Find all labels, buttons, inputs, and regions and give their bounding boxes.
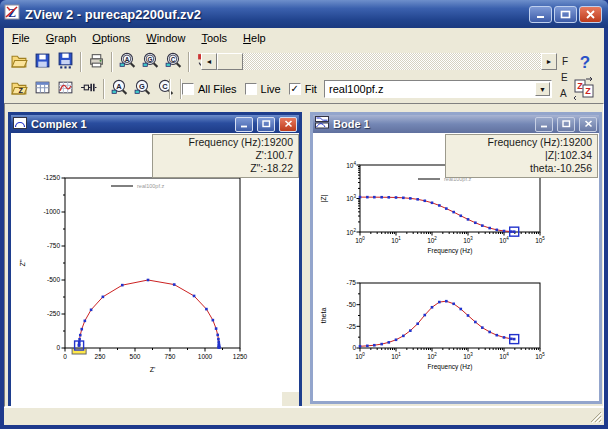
complex-window-title: Complex 1 [31, 118, 231, 130]
menu-options[interactable]: Options [84, 30, 138, 46]
file-combobox[interactable]: real100pf.z ▼ [324, 80, 552, 98]
fit-checkbox[interactable]: ✓ [289, 83, 301, 95]
magnifier-c-circled-icon: C [165, 52, 182, 73]
all-files-checkbox-label[interactable]: All Files [198, 83, 237, 95]
svg-text:103: 103 [463, 236, 473, 244]
svg-text:Z: Z [577, 81, 583, 91]
side-panel: F E A ? Z Z [556, 50, 604, 104]
menu-window[interactable]: Window [138, 30, 193, 46]
open-file-button[interactable] [9, 51, 30, 73]
menu-graph[interactable]: Graph [38, 30, 85, 46]
z-folder-icon: Z [11, 79, 28, 100]
magnifier-g-icon: G [134, 79, 151, 100]
zoom-g-button[interactable]: G [132, 78, 153, 100]
svg-text:Z'': Z'' [19, 260, 26, 267]
folder-open-icon [11, 52, 28, 73]
mdi-client-area: Complex 1 0250500750100012500-250-500-75… [4, 103, 604, 407]
file-scrollbar[interactable]: ◄ ► [201, 53, 557, 70]
scroll-thumb[interactable] [217, 53, 243, 70]
title-bar[interactable]: Z ZView 2 - purecap2200uf.zv2 [0, 0, 608, 28]
toolbar-separator [188, 52, 190, 72]
floppy-multi-icon [57, 52, 74, 73]
zoom-g-circled-button[interactable]: G [140, 51, 161, 73]
graph-data-button[interactable] [55, 78, 76, 100]
scroll-right-arrow[interactable]: ► [541, 53, 557, 70]
toolbar-separator [169, 79, 171, 99]
bode-minimize-button[interactable] [535, 117, 553, 132]
data-table-button[interactable] [32, 78, 53, 100]
svg-text:105: 105 [535, 352, 545, 360]
svg-text:Z: Z [18, 85, 23, 94]
scroll-left-arrow[interactable]: ◄ [201, 53, 217, 70]
complex-maximize-button[interactable] [257, 117, 275, 132]
print-button[interactable] [86, 51, 107, 73]
svg-text:103: 103 [346, 194, 356, 202]
z-file-button[interactable]: Z [9, 78, 30, 100]
svg-text:-250: -250 [47, 310, 60, 317]
bode-maximize-button[interactable] [557, 117, 575, 132]
status-bar [4, 407, 604, 425]
bode-window[interactable]: Bode 1 102103104100101102103104105Freque… [310, 112, 602, 404]
complex-window[interactable]: Complex 1 0250500750100012500-250-500-75… [8, 112, 302, 407]
complex-close-button[interactable] [279, 117, 297, 132]
menu-help[interactable]: Help [235, 30, 274, 46]
bode-window-titlebar[interactable]: Bode 1 [313, 115, 599, 133]
svg-text:104: 104 [346, 161, 356, 169]
close-button[interactable] [579, 6, 602, 23]
circuit-icon [80, 79, 97, 100]
combobox-dropdown-arrow[interactable]: ▼ [535, 82, 550, 96]
svg-text:1000: 1000 [198, 353, 213, 360]
svg-text:0: 0 [63, 353, 67, 360]
svg-text:103: 103 [463, 352, 473, 360]
svg-text:G: G [139, 81, 145, 90]
z-swap-icon[interactable]: Z Z [572, 76, 598, 106]
help-icon[interactable]: ? [574, 51, 596, 77]
bode-close-button[interactable] [579, 117, 597, 132]
svg-text:1250: 1250 [233, 353, 248, 360]
menu-tools[interactable]: Tools [193, 30, 235, 46]
svg-text:102: 102 [346, 228, 356, 236]
svg-text:-1000: -1000 [43, 208, 60, 215]
maximize-button[interactable] [554, 6, 577, 23]
menu-file[interactable]: File [4, 30, 38, 46]
zoom-a-circled-button[interactable]: A [117, 51, 138, 73]
bode-window-title: Bode 1 [333, 118, 531, 130]
magnifier-a-icon: A [111, 79, 128, 100]
svg-text:101: 101 [391, 352, 401, 360]
toolbar-separator [111, 52, 113, 72]
side-letter-e: E [561, 72, 568, 83]
svg-text:Z: Z [585, 86, 591, 96]
magnifier-g-circled-icon: G [142, 52, 159, 73]
live-checkbox-label[interactable]: Live [261, 83, 281, 95]
svg-text:0: 0 [56, 344, 60, 351]
bode-readout-tooltip: Frequency (Hz):19200 |Z|:102.34 theta:-1… [445, 134, 598, 178]
side-letter-f: F [562, 56, 568, 67]
all-files-checkbox[interactable] [182, 83, 194, 95]
svg-text:102: 102 [427, 352, 437, 360]
svg-text:104: 104 [499, 236, 509, 244]
svg-text:-500: -500 [47, 276, 60, 283]
minimize-button[interactable] [529, 6, 552, 23]
resize-grip[interactable] [589, 410, 603, 424]
fit-checkbox-label[interactable]: Fit [305, 83, 317, 95]
svg-text:0: 0 [352, 344, 356, 351]
complex-sizebox [282, 392, 299, 406]
complex-minimize-button[interactable] [235, 117, 253, 132]
save-all-button[interactable] [55, 51, 76, 73]
svg-text:Frequency (Hz): Frequency (Hz) [428, 247, 473, 255]
svg-text:G: G [147, 55, 152, 62]
toolbar: A G C ◄ ► Z A G C All FilesLive✓Fit [4, 47, 604, 103]
svg-text:102: 102 [427, 236, 437, 244]
svg-text:A: A [116, 81, 122, 90]
svg-text:?: ? [580, 53, 590, 72]
save-button[interactable] [32, 51, 53, 73]
svg-text:-25: -25 [347, 323, 357, 330]
bode-window-icon [315, 115, 329, 133]
circuit-model-button[interactable] [78, 78, 99, 100]
zoom-c-circled-button[interactable]: C [163, 51, 184, 73]
printer-icon [88, 52, 105, 73]
live-checkbox[interactable] [245, 83, 257, 95]
file-filter-checkboxes: All FilesLive✓Fit [166, 76, 317, 102]
complex-window-titlebar[interactable]: Complex 1 [11, 115, 299, 133]
zoom-a-button[interactable]: A [109, 78, 130, 100]
